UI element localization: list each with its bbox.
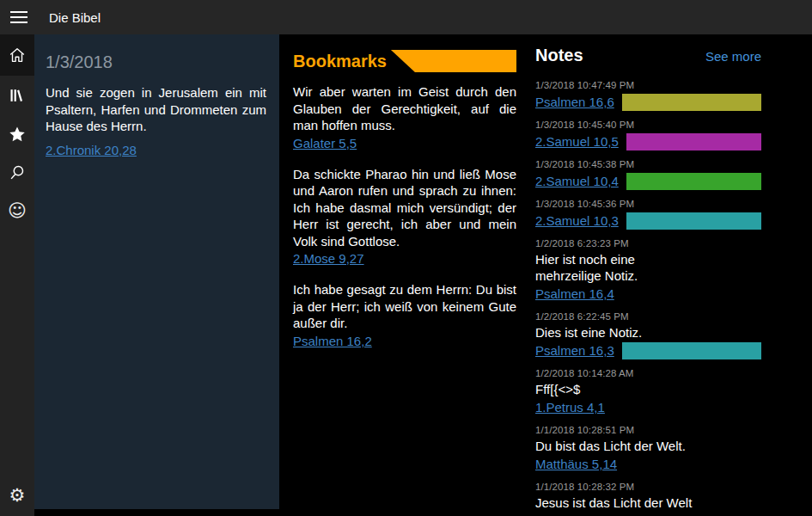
bookmark-item: Ich habe gesagt zu dem Herrn: Du bist ja…: [293, 281, 516, 349]
note-text: Fff[{<>$: [535, 381, 761, 397]
note-color-bar: [626, 173, 761, 190]
nav-item-emoticons[interactable]: ☺: [0, 192, 34, 230]
nav-item-search[interactable]: [0, 153, 34, 192]
note-item: 1/2/2018 6:22:45 PM Dies ist eine Notiz.…: [535, 311, 761, 359]
note-reference-link[interactable]: Psalmen 16,4: [535, 286, 614, 301]
smiley-icon: ☺: [8, 202, 27, 220]
notes-title: Notes: [535, 46, 583, 65]
nav-item-favorites[interactable]: [0, 114, 34, 153]
note-reference-link[interactable]: Matthäus 5,14: [535, 457, 617, 471]
note-item: 1/2/2018 10:14:28 AM Fff[{<>$ 1.Petrus 4…: [535, 368, 761, 416]
note-color-bar: [622, 342, 761, 359]
note-timestamp: 1/3/2018 10:45:40 PM: [535, 120, 761, 130]
bookmarks-panel: Bookmarks Wir aber warten im Geist durch…: [279, 34, 529, 516]
nav-item-settings[interactable]: ⚙: [0, 475, 34, 516]
hamburger-line: [10, 11, 27, 13]
bookmark-reference-link[interactable]: Psalmen 16,2: [293, 334, 372, 348]
note-item: 1/1/2018 10:28:32 PM Jesus ist das Licht…: [535, 482, 761, 511]
note-timestamp: 1/3/2018 10:47:49 PM: [535, 80, 761, 90]
note-item: 1/1/2018 10:28:51 PM Du bist das Licht d…: [535, 425, 761, 473]
nav-item-library[interactable]: [0, 76, 34, 114]
verse-of-day-panel: 1/3/2018 Und sie zogen in Jerusalem ein …: [34, 34, 279, 509]
note-color-bar: [626, 212, 761, 230]
note-row: Psalmen 16,4: [535, 285, 761, 303]
note-timestamp: 1/2/2018 6:23:23 PM: [535, 238, 761, 249]
see-more-link[interactable]: See more: [705, 49, 761, 64]
verse-date: 1/3/2018: [46, 52, 266, 72]
note-timestamp: 1/3/2018 10:45:36 PM: [535, 199, 761, 209]
note-item: 1/2/2018 6:23:23 PM Hier ist noch eine m…: [535, 238, 761, 303]
bookmark-item: Wir aber warten im Geist durch den Glaub…: [293, 83, 516, 151]
verse-reference-link[interactable]: 2.Chronik 20,28: [46, 143, 137, 157]
note-timestamp: 1/2/2018 10:14:28 AM: [535, 368, 761, 378]
note-text: Hier ist noch eine mehrzeilige Notiz.: [535, 251, 761, 284]
notes-panel: Notes See more 1/3/2018 10:47:49 PM Psal…: [529, 34, 812, 516]
note-text: Du bist das Licht der Welt.: [535, 438, 761, 454]
note-text: Jesus ist das Licht der Welt: [535, 494, 761, 511]
hamburger-line: [10, 22, 27, 23]
note-reference-link[interactable]: Psalmen 16,6: [535, 95, 614, 109]
note-row: Psalmen 16,3: [535, 341, 761, 359]
library-icon: [8, 86, 27, 105]
hamburger-menu-icon[interactable]: [0, 0, 38, 34]
note-row: Matthäus 5,14: [535, 455, 761, 473]
app-title: Die Bibel: [49, 10, 101, 25]
bookmark-item: Da schickte Pharao hin und ließ Mose und…: [293, 166, 516, 267]
note-text: Dies ist eine Notiz.: [535, 324, 761, 341]
bookmark-reference-link[interactable]: Galater 5,5: [293, 136, 357, 150]
note-reference-link[interactable]: 1.Petrus 4,1: [535, 400, 605, 415]
star-icon: [8, 125, 27, 144]
note-color-bar: [626, 133, 761, 150]
note-item: 1/3/2018 10:47:49 PM Psalmen 16,6: [535, 80, 761, 111]
note-reference-link[interactable]: 2.Samuel 10,3: [535, 213, 619, 228]
nav-rail: ☺ ⚙: [0, 34, 34, 516]
note-item: 1/3/2018 10:45:36 PM 2.Samuel 10,3: [535, 199, 761, 230]
bookmarks-header: Bookmarks: [293, 50, 516, 72]
home-icon: [8, 46, 27, 64]
note-row: 2.Samuel 10,5: [535, 132, 761, 150]
note-timestamp: 1/2/2018 6:22:45 PM: [535, 311, 761, 322]
note-timestamp: 1/1/2018 10:28:51 PM: [535, 425, 761, 435]
note-color-bar: [622, 94, 761, 111]
search-icon: [8, 163, 27, 182]
note-row: 2.Samuel 10,4: [535, 172, 761, 190]
note-item: 1/3/2018 10:45:38 PM 2.Samuel 10,4: [535, 159, 761, 190]
note-row: 1.Petrus 4,1: [535, 398, 761, 416]
note-reference-link[interactable]: Psalmen 16,3: [535, 343, 614, 358]
note-timestamp: 1/1/2018 10:28:32 PM: [535, 482, 761, 492]
bookmark-text: Da schickte Pharao hin und ließ Mose und…: [293, 166, 516, 250]
bookmark-ribbon-icon: [391, 50, 516, 72]
note-reference-link[interactable]: 2.Samuel 10,5: [535, 134, 619, 149]
bookmark-text: Ich habe gesagt zu dem Herrn: Du bist ja…: [293, 281, 516, 332]
bookmark-reference-link[interactable]: 2.Mose 9,27: [293, 251, 364, 266]
note-row: Psalmen 16,6: [535, 93, 761, 111]
note-item: 1/3/2018 10:45:40 PM 2.Samuel 10,5: [535, 120, 761, 150]
notes-header: Notes See more: [535, 46, 761, 72]
titlebar: Die Bibel: [0, 0, 812, 34]
gear-icon: ⚙: [9, 487, 26, 505]
note-timestamp: 1/3/2018 10:45:38 PM: [535, 159, 761, 169]
bookmarks-title: Bookmarks: [293, 50, 387, 72]
bookmark-text: Wir aber warten im Geist durch den Glaub…: [293, 83, 516, 134]
nav-item-home[interactable]: [0, 34, 34, 76]
note-reference-link[interactable]: 2.Samuel 10,4: [535, 174, 619, 188]
hamburger-line: [10, 16, 27, 18]
verse-text: Und sie zogen in Jerusalem ein mit Psalt…: [46, 84, 266, 135]
note-row: 2.Samuel 10,3: [535, 212, 761, 230]
nav-spacer: [0, 230, 34, 475]
